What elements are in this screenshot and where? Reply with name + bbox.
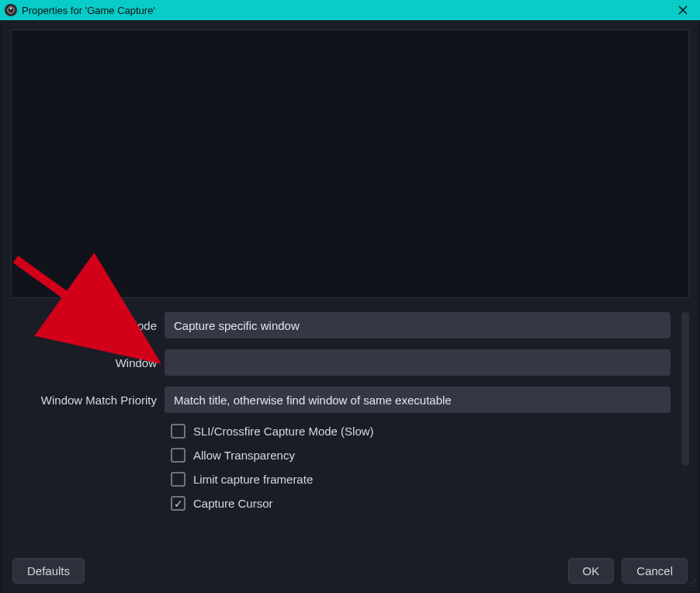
svg-point-1 <box>10 8 12 9</box>
checkbox-framerate-label: Limit capture framerate <box>193 473 313 486</box>
checkbox-sli[interactable] <box>171 424 185 439</box>
select-window[interactable] <box>165 349 671 376</box>
checkbox-cursor[interactable] <box>171 496 185 511</box>
defaults-button[interactable]: Defaults <box>12 558 85 584</box>
form-area: Mode Capture specific window Window Wind… <box>2 298 698 550</box>
label-window: Window <box>11 356 165 369</box>
row-check-transparency[interactable]: Allow Transparency <box>171 448 671 463</box>
select-priority[interactable]: Match title, otherwise find window of sa… <box>165 387 671 413</box>
row-priority: Window Match Priority Match title, other… <box>11 387 671 413</box>
checkbox-sli-label: SLI/Crossfire Capture Mode (Slow) <box>193 425 374 438</box>
dialog-body: Mode Capture specific window Window Wind… <box>2 20 698 591</box>
scrollbar[interactable] <box>681 312 689 466</box>
ok-button[interactable]: OK <box>568 558 615 584</box>
label-priority: Window Match Priority <box>11 394 165 407</box>
window-title: Properties for 'Game Capture' <box>22 5 671 16</box>
checkbox-cursor-label: Capture Cursor <box>193 497 273 510</box>
select-mode-value: Capture specific window <box>174 319 300 332</box>
button-bar: Defaults OK Cancel <box>2 550 698 591</box>
row-check-sli[interactable]: SLI/Crossfire Capture Mode (Slow) <box>171 424 671 439</box>
label-mode: Mode <box>11 319 165 332</box>
row-check-cursor[interactable]: Capture Cursor <box>171 496 671 511</box>
row-check-framerate[interactable]: Limit capture framerate <box>171 472 671 487</box>
preview-area <box>11 29 689 298</box>
row-mode: Mode Capture specific window <box>11 312 671 338</box>
row-window: Window <box>11 349 671 376</box>
checkbox-transparency-label: Allow Transparency <box>193 449 295 462</box>
checkbox-transparency[interactable] <box>171 448 185 463</box>
select-mode[interactable]: Capture specific window <box>165 312 671 338</box>
checkbox-framerate[interactable] <box>171 472 185 487</box>
select-priority-value: Match title, otherwise find window of sa… <box>174 394 452 407</box>
close-button[interactable] <box>671 2 695 18</box>
cancel-button[interactable]: Cancel <box>622 558 688 584</box>
obs-app-icon <box>5 4 17 16</box>
titlebar: Properties for 'Game Capture' <box>0 0 700 20</box>
